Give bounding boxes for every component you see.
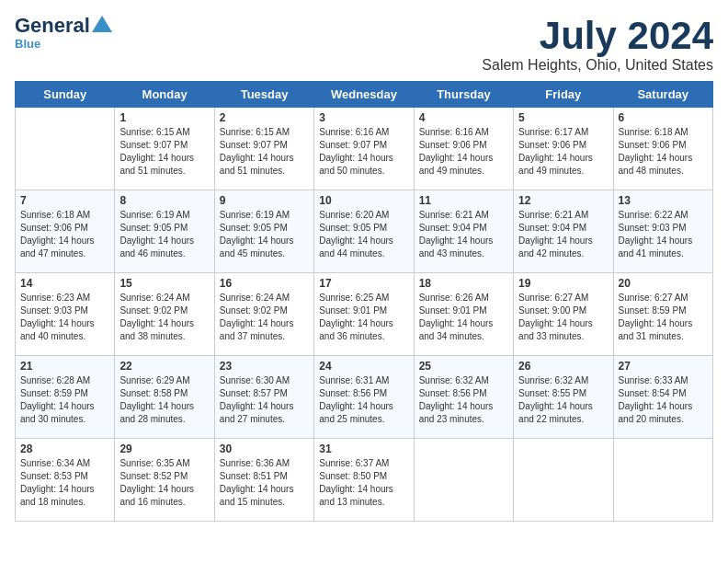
- cell-info: Sunrise: 6:26 AMSunset: 9:01 PMDaylight:…: [419, 292, 508, 343]
- calendar-cell: 6Sunrise: 6:18 AMSunset: 9:06 PMDaylight…: [613, 108, 712, 190]
- header: General Blue July 2024 Salem Heights, Oh…: [15, 15, 713, 74]
- title-area: July 2024 Salem Heights, Ohio, United St…: [482, 15, 713, 74]
- logo-blue: Blue: [15, 37, 40, 51]
- day-number: 17: [319, 277, 408, 290]
- cell-info: Sunrise: 6:24 AMSunset: 9:02 PMDaylight:…: [220, 292, 309, 343]
- cell-info: Sunrise: 6:36 AMSunset: 8:51 PMDaylight:…: [220, 457, 309, 509]
- day-number: 23: [220, 360, 309, 373]
- cell-info: Sunrise: 6:37 AMSunset: 8:50 PMDaylight:…: [319, 457, 408, 509]
- calendar-cell: [16, 108, 115, 190]
- day-number: 12: [518, 194, 608, 207]
- calendar-cell: 27Sunrise: 6:33 AMSunset: 8:54 PMDayligh…: [613, 356, 712, 439]
- weekday-header: Wednesday: [314, 82, 414, 108]
- calendar-cell: 16Sunrise: 6:24 AMSunset: 9:02 PMDayligh…: [214, 273, 313, 356]
- calendar-cell: 9Sunrise: 6:19 AMSunset: 9:05 PMDaylight…: [214, 190, 313, 273]
- cell-info: Sunrise: 6:29 AMSunset: 8:58 PMDaylight:…: [119, 374, 209, 426]
- calendar-cell: 18Sunrise: 6:26 AMSunset: 9:01 PMDayligh…: [414, 273, 513, 356]
- calendar-cell: 1Sunrise: 6:15 AMSunset: 9:07 PMDaylight…: [115, 108, 214, 190]
- cell-info: Sunrise: 6:15 AMSunset: 9:07 PMDaylight:…: [119, 126, 209, 178]
- cell-info: Sunrise: 6:16 AMSunset: 9:06 PMDaylight:…: [419, 126, 508, 178]
- day-number: 1: [119, 111, 209, 124]
- logo-general: General: [15, 15, 90, 37]
- day-number: 28: [20, 442, 109, 455]
- location-title: Salem Heights, Ohio, United States: [482, 57, 713, 74]
- day-number: 7: [20, 194, 109, 207]
- cell-info: Sunrise: 6:33 AMSunset: 8:54 PMDaylight:…: [619, 374, 708, 426]
- cell-info: Sunrise: 6:21 AMSunset: 9:04 PMDaylight:…: [419, 209, 508, 260]
- cell-info: Sunrise: 6:16 AMSunset: 9:07 PMDaylight:…: [319, 126, 408, 178]
- cell-info: Sunrise: 6:27 AMSunset: 8:59 PMDaylight:…: [619, 292, 708, 343]
- calendar-week-row: 1Sunrise: 6:15 AMSunset: 9:07 PMDaylight…: [16, 108, 713, 190]
- day-number: 29: [119, 442, 209, 455]
- cell-info: Sunrise: 6:34 AMSunset: 8:53 PMDaylight:…: [20, 457, 109, 509]
- calendar-cell: [613, 439, 712, 522]
- cell-info: Sunrise: 6:30 AMSunset: 8:57 PMDaylight:…: [220, 374, 309, 426]
- calendar-cell: 28Sunrise: 6:34 AMSunset: 8:53 PMDayligh…: [16, 439, 115, 522]
- day-number: 4: [419, 111, 508, 124]
- day-number: 2: [220, 111, 309, 124]
- calendar-table: SundayMondayTuesdayWednesdayThursdayFrid…: [15, 81, 713, 522]
- month-title: July 2024: [482, 15, 713, 57]
- calendar-cell: 7Sunrise: 6:18 AMSunset: 9:06 PMDaylight…: [16, 190, 115, 273]
- day-number: 15: [119, 277, 209, 290]
- day-number: 26: [518, 360, 608, 373]
- cell-info: Sunrise: 6:32 AMSunset: 8:56 PMDaylight:…: [419, 374, 508, 426]
- day-number: 3: [319, 111, 408, 124]
- cell-info: Sunrise: 6:32 AMSunset: 8:55 PMDaylight:…: [518, 374, 608, 426]
- cell-info: Sunrise: 6:15 AMSunset: 9:07 PMDaylight:…: [220, 126, 309, 178]
- calendar-cell: 3Sunrise: 6:16 AMSunset: 9:07 PMDaylight…: [314, 108, 414, 190]
- calendar-cell: 13Sunrise: 6:22 AMSunset: 9:03 PMDayligh…: [613, 190, 712, 273]
- calendar-cell: 22Sunrise: 6:29 AMSunset: 8:58 PMDayligh…: [115, 356, 214, 439]
- calendar-cell: 14Sunrise: 6:23 AMSunset: 9:03 PMDayligh…: [16, 273, 115, 356]
- day-number: 11: [419, 194, 508, 207]
- weekday-header-row: SundayMondayTuesdayWednesdayThursdayFrid…: [16, 82, 713, 108]
- cell-info: Sunrise: 6:22 AMSunset: 9:03 PMDaylight:…: [619, 209, 708, 260]
- cell-info: Sunrise: 6:19 AMSunset: 9:05 PMDaylight:…: [220, 209, 309, 260]
- calendar-cell: 26Sunrise: 6:32 AMSunset: 8:55 PMDayligh…: [514, 356, 613, 439]
- cell-info: Sunrise: 6:23 AMSunset: 9:03 PMDaylight:…: [20, 292, 109, 343]
- day-number: 21: [20, 360, 109, 373]
- calendar-week-row: 14Sunrise: 6:23 AMSunset: 9:03 PMDayligh…: [16, 273, 713, 356]
- weekday-header: Friday: [514, 82, 613, 108]
- calendar-cell: 11Sunrise: 6:21 AMSunset: 9:04 PMDayligh…: [414, 190, 513, 273]
- calendar-cell: 10Sunrise: 6:20 AMSunset: 9:05 PMDayligh…: [314, 190, 414, 273]
- logo: General Blue: [15, 15, 112, 51]
- calendar-cell: 30Sunrise: 6:36 AMSunset: 8:51 PMDayligh…: [214, 439, 313, 522]
- calendar-cell: 20Sunrise: 6:27 AMSunset: 8:59 PMDayligh…: [613, 273, 712, 356]
- cell-info: Sunrise: 6:24 AMSunset: 9:02 PMDaylight:…: [119, 292, 209, 343]
- calendar-week-row: 28Sunrise: 6:34 AMSunset: 8:53 PMDayligh…: [16, 439, 713, 522]
- day-number: 27: [619, 360, 708, 373]
- cell-info: Sunrise: 6:25 AMSunset: 9:01 PMDaylight:…: [319, 292, 408, 343]
- weekday-header: Sunday: [16, 82, 115, 108]
- calendar-cell: [514, 439, 613, 522]
- weekday-header: Tuesday: [214, 82, 313, 108]
- calendar-cell: 5Sunrise: 6:17 AMSunset: 9:06 PMDaylight…: [514, 108, 613, 190]
- cell-info: Sunrise: 6:17 AMSunset: 9:06 PMDaylight:…: [518, 126, 608, 178]
- calendar-week-row: 21Sunrise: 6:28 AMSunset: 8:59 PMDayligh…: [16, 356, 713, 439]
- calendar-week-row: 7Sunrise: 6:18 AMSunset: 9:06 PMDaylight…: [16, 190, 713, 273]
- cell-info: Sunrise: 6:18 AMSunset: 9:06 PMDaylight:…: [619, 126, 708, 178]
- day-number: 19: [518, 277, 608, 290]
- day-number: 25: [419, 360, 508, 373]
- cell-info: Sunrise: 6:28 AMSunset: 8:59 PMDaylight:…: [20, 374, 109, 426]
- calendar-cell: 15Sunrise: 6:24 AMSunset: 9:02 PMDayligh…: [115, 273, 214, 356]
- calendar-cell: 19Sunrise: 6:27 AMSunset: 9:00 PMDayligh…: [514, 273, 613, 356]
- day-number: 8: [119, 194, 209, 207]
- calendar-cell: 24Sunrise: 6:31 AMSunset: 8:56 PMDayligh…: [314, 356, 414, 439]
- day-number: 9: [220, 194, 309, 207]
- cell-info: Sunrise: 6:18 AMSunset: 9:06 PMDaylight:…: [20, 209, 109, 260]
- cell-info: Sunrise: 6:27 AMSunset: 9:00 PMDaylight:…: [518, 292, 608, 343]
- day-number: 14: [20, 277, 109, 290]
- cell-info: Sunrise: 6:31 AMSunset: 8:56 PMDaylight:…: [319, 374, 408, 426]
- weekday-header: Thursday: [414, 82, 513, 108]
- day-number: 30: [220, 442, 309, 455]
- calendar-cell: 4Sunrise: 6:16 AMSunset: 9:06 PMDaylight…: [414, 108, 513, 190]
- day-number: 18: [419, 277, 508, 290]
- weekday-header: Saturday: [613, 82, 712, 108]
- cell-info: Sunrise: 6:21 AMSunset: 9:04 PMDaylight:…: [518, 209, 608, 260]
- day-number: 20: [619, 277, 708, 290]
- calendar-cell: 8Sunrise: 6:19 AMSunset: 9:05 PMDaylight…: [115, 190, 214, 273]
- calendar-cell: 23Sunrise: 6:30 AMSunset: 8:57 PMDayligh…: [214, 356, 313, 439]
- cell-info: Sunrise: 6:19 AMSunset: 9:05 PMDaylight:…: [119, 209, 209, 260]
- day-number: 22: [119, 360, 209, 373]
